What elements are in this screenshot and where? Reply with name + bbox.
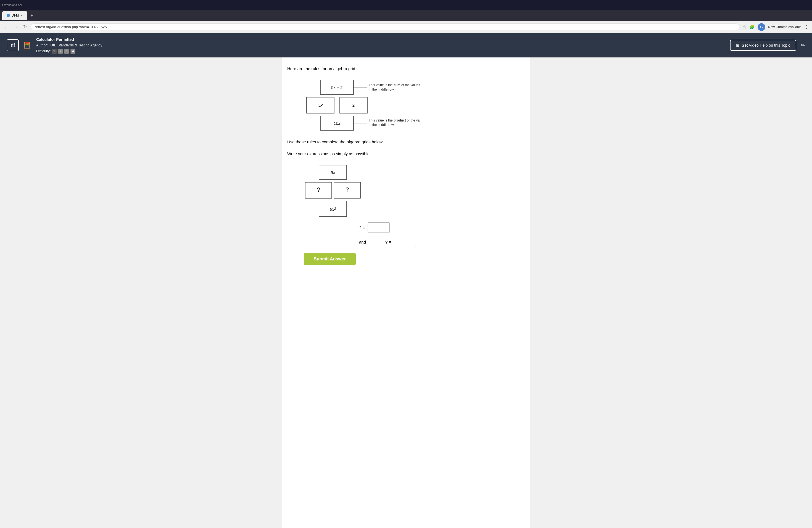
new-chrome-notification: New Chrome available — [768, 25, 801, 29]
answers-section: ? = and ? = — [359, 222, 525, 247]
browser-menu-icon[interactable]: ⋮ — [804, 24, 809, 30]
author-line: Author: DfE Standards & Testing Agency — [36, 43, 726, 48]
answer1-label: ? = — [359, 225, 365, 230]
forward-button[interactable]: → — [13, 24, 19, 31]
practice-grid-svg: 5x ? ? 6x2 — [304, 162, 370, 218]
svg-text:This value is the product of t: This value is the product of the values — [369, 118, 420, 122]
submit-button[interactable]: Submit Answer — [304, 253, 356, 265]
and-label: and — [359, 240, 366, 245]
practice-grid-wrapper: 5x ? ? 6x2 — [304, 162, 370, 218]
browser-extensions-bar: Extensions bar — [0, 0, 812, 10]
svg-text:10x: 10x — [334, 121, 340, 126]
answer-row-1: ? = — [359, 222, 525, 233]
profile-icon[interactable]: G — [758, 23, 765, 31]
difficulty-dot-3: 3 — [64, 49, 69, 54]
pencil-button[interactable]: ✏ — [801, 42, 806, 48]
video-help-button[interactable]: ⊞ Get Video Help on this Topic — [730, 40, 796, 51]
practice-section: Use these rules to complete the algebra … — [287, 139, 525, 157]
difficulty-line: Difficulty: 1 2 3 4 — [36, 48, 726, 54]
svg-text:This value is the sum of the v: This value is the sum of the values — [369, 83, 420, 87]
svg-text:?: ? — [346, 186, 349, 193]
demo-grid-svg: 5x + 2 5x 2 10x This value is the sum of… — [304, 77, 420, 133]
calculator-permitted-label: Calculator Permitted — [36, 36, 726, 43]
author-label: Author: — [36, 43, 48, 47]
app-header: df 🧮 Calculator Permitted Author: DfE St… — [0, 33, 812, 57]
author-value: DfE Standards & Testing Agency — [50, 43, 102, 47]
refresh-button[interactable]: ↻ — [22, 23, 28, 31]
question-intro: Here are the rules for an algebra grid. — [287, 66, 525, 72]
svg-text:?: ? — [317, 186, 320, 193]
instruction-line2: Write your expressions as simply as poss… — [287, 151, 525, 157]
pencil-icon: ✏ — [801, 42, 806, 48]
video-icon: ⊞ — [736, 43, 739, 47]
demo-grid-wrapper: 5x + 2 5x 2 10x This value is the sum of… — [304, 77, 420, 133]
extension-icon[interactable]: 🧩 — [749, 24, 755, 30]
browser-nav-bar: ← → ↻ ☆ 🧩 G New Chrome available ⋮ — [0, 21, 812, 33]
answer1-input[interactable] — [367, 222, 390, 233]
address-bar[interactable] — [31, 24, 740, 30]
svg-text:5x + 2: 5x + 2 — [331, 85, 343, 90]
submit-label: Submit Answer — [314, 256, 346, 261]
difficulty-dot-2: 2 — [58, 49, 63, 54]
svg-text:5x: 5x — [331, 170, 335, 175]
calculator-icon: 🧮 — [23, 42, 31, 49]
bookmark-icon[interactable]: ☆ — [743, 24, 746, 30]
main-content: Here are the rules for an algebra grid. … — [282, 57, 530, 528]
svg-text:2: 2 — [352, 103, 354, 107]
answer2-input[interactable] — [394, 237, 416, 247]
active-tab[interactable]: DFM ✕ — [2, 11, 27, 20]
answer-row-2: and ? = — [359, 237, 525, 247]
answer2-label: ? = — [385, 240, 391, 245]
instruction-line1: Use these rules to complete the algebra … — [287, 139, 525, 145]
tab-close-icon[interactable]: ✕ — [20, 14, 23, 17]
tab-title: DFM — [12, 14, 19, 17]
svg-text:5x: 5x — [318, 103, 323, 107]
df-logo: df — [6, 39, 19, 52]
difficulty-dot-1: 1 — [52, 49, 57, 54]
svg-text:in the middle row.: in the middle row. — [369, 123, 394, 127]
new-tab-icon[interactable]: + — [30, 13, 33, 18]
difficulty-dot-4: 4 — [70, 49, 75, 54]
back-button[interactable]: ← — [3, 24, 10, 31]
difficulty-label: Difficulty: — [36, 49, 51, 53]
question-meta: Calculator Permitted Author: DfE Standar… — [36, 36, 726, 54]
video-help-label: Get Video Help on this Topic — [742, 43, 790, 47]
browser-tab-bar: DFM ✕ + — [0, 10, 812, 21]
svg-text:in the middle row.: in the middle row. — [369, 88, 394, 91]
